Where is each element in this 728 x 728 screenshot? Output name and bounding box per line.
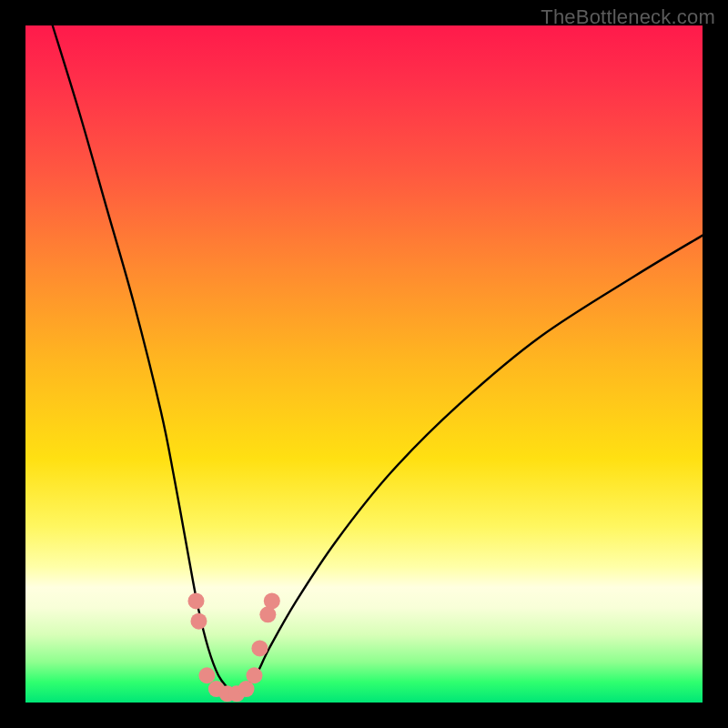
data-marker bbox=[198, 667, 215, 683]
chart-frame: TheBottleneck.com bbox=[0, 0, 728, 728]
data-marker bbox=[187, 592, 204, 609]
chart-svg bbox=[25, 25, 703, 703]
watermark-text: TheBottleneck.com bbox=[541, 5, 715, 29]
marker-group bbox=[187, 592, 279, 702]
data-marker bbox=[190, 613, 207, 630]
plot-area bbox=[25, 25, 703, 703]
data-marker bbox=[251, 640, 268, 656]
data-marker bbox=[246, 667, 262, 683]
data-marker bbox=[264, 592, 280, 609]
bottleneck-curve bbox=[53, 25, 703, 696]
